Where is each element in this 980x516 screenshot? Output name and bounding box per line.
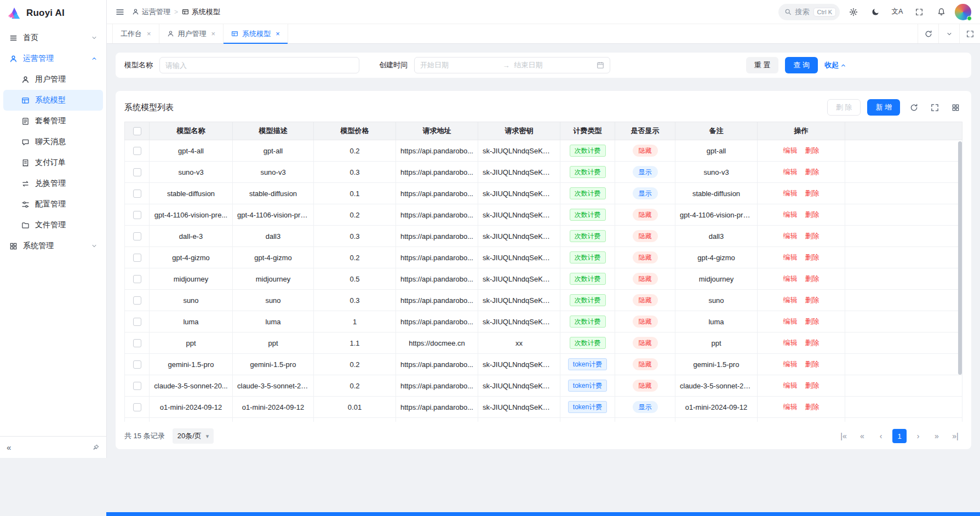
- table-row[interactable]: dall-e-3 dall3 0.3 https://api.pandarobo…: [125, 226, 962, 247]
- row-checkbox[interactable]: [133, 211, 141, 219]
- select-all-checkbox[interactable]: [133, 127, 141, 135]
- edit-link[interactable]: 编辑: [783, 381, 798, 389]
- sidebar-item-exchange-management[interactable]: 兑换管理: [3, 173, 103, 194]
- tab-workbench[interactable]: 工作台 ×: [112, 24, 159, 43]
- row-checkbox[interactable]: [133, 360, 141, 369]
- delete-link[interactable]: 删除: [805, 317, 819, 325]
- delete-button[interactable]: 删 除: [827, 99, 861, 116]
- sidebar-item-payment-orders[interactable]: 支付订单: [3, 152, 103, 173]
- row-checkbox[interactable]: [133, 339, 141, 347]
- delete-link[interactable]: 删除: [805, 189, 819, 197]
- table-row[interactable]: gpt-4-1106-vision-pre... gpt-4-1106-visi…: [125, 204, 962, 226]
- refresh-icon[interactable]: [918, 24, 938, 43]
- edit-link[interactable]: 编辑: [783, 317, 798, 325]
- table-row[interactable]: claude-3-5-sonnet-20... claude-3-5-sonne…: [125, 375, 962, 397]
- row-checkbox[interactable]: [133, 147, 141, 155]
- row-checkbox[interactable]: [133, 190, 141, 198]
- sidebar-item-config-management[interactable]: 配置管理: [3, 194, 103, 215]
- delete-link[interactable]: 删除: [805, 146, 819, 154]
- row-checkbox[interactable]: [133, 382, 141, 390]
- edit-link[interactable]: 编辑: [783, 296, 798, 304]
- prev-page-button[interactable]: ‹: [874, 429, 888, 443]
- table-fullscreen-icon[interactable]: [927, 100, 942, 114]
- sidebar-item-home[interactable]: 首页: [3, 27, 103, 48]
- delete-link[interactable]: 删除: [805, 232, 819, 240]
- pin-icon[interactable]: [92, 444, 100, 451]
- edit-link[interactable]: 编辑: [783, 403, 798, 411]
- date-range-picker[interactable]: 开始日期 → 结束日期: [414, 57, 610, 73]
- next-page-button[interactable]: ›: [911, 429, 925, 443]
- edit-link[interactable]: 编辑: [783, 210, 798, 219]
- delete-link[interactable]: 删除: [805, 360, 819, 368]
- current-page-button[interactable]: 1: [892, 429, 907, 443]
- bell-icon[interactable]: [933, 4, 949, 20]
- row-checkbox[interactable]: [133, 168, 141, 176]
- table-row[interactable]: gemini-1.5-pro gemini-1.5-pro 0.2 https:…: [125, 354, 962, 375]
- row-checkbox[interactable]: [133, 275, 141, 283]
- breadcrumb-item-operations[interactable]: 运营管理: [132, 7, 170, 17]
- fast-next-button[interactable]: »: [930, 429, 944, 443]
- delete-link[interactable]: 删除: [805, 296, 819, 304]
- edit-link[interactable]: 编辑: [783, 360, 798, 368]
- sidebar-item-file-management[interactable]: 文件管理: [3, 215, 103, 236]
- table-scrollbar[interactable]: [958, 141, 962, 375]
- query-button[interactable]: 查 询: [785, 57, 818, 73]
- row-checkbox[interactable]: [133, 254, 141, 262]
- table-row[interactable]: suno-v3 suno-v3 0.3 https://api.pandarob…: [125, 162, 962, 183]
- add-button[interactable]: 新 增: [867, 99, 900, 116]
- first-page-button[interactable]: |«: [836, 429, 851, 443]
- avatar[interactable]: [955, 4, 971, 20]
- delete-link[interactable]: 删除: [805, 403, 819, 411]
- row-checkbox[interactable]: [133, 296, 141, 305]
- table-row[interactable]: stable-diffusion stable-diffusion 0.1 ht…: [125, 183, 962, 204]
- sidebar-item-user-management[interactable]: 用户管理: [3, 69, 103, 90]
- edit-link[interactable]: 编辑: [783, 168, 798, 176]
- row-checkbox[interactable]: [133, 232, 141, 240]
- refresh-icon[interactable]: [907, 100, 921, 114]
- delete-link[interactable]: 删除: [805, 168, 819, 176]
- table-row[interactable]: o1-mini-2024-09-12 o1-mini-2024-09-12 0.…: [125, 397, 962, 418]
- edit-link[interactable]: 编辑: [783, 232, 798, 240]
- edit-link[interactable]: 编辑: [783, 253, 798, 261]
- page-size-select[interactable]: 20条/页 ▾: [173, 428, 214, 444]
- delete-link[interactable]: 删除: [805, 339, 819, 347]
- delete-link[interactable]: 删除: [805, 253, 819, 261]
- reset-button[interactable]: 重 置: [746, 57, 779, 73]
- close-icon[interactable]: ×: [147, 30, 151, 37]
- row-checkbox[interactable]: [133, 318, 141, 326]
- table-row[interactable]: ppt ppt 1.1 https://docmee.cn xx 次数计费 隐藏…: [125, 332, 962, 354]
- global-search[interactable]: 搜索 Ctrl K: [778, 4, 840, 20]
- sidebar-item-operations[interactable]: 运营管理: [3, 48, 103, 69]
- sidebar-item-system-management[interactable]: 系统管理: [3, 236, 103, 256]
- table-row[interactable]: gpt-4-gizmo gpt-4-gizmo 0.2 https://api.…: [125, 247, 962, 268]
- fast-prev-button[interactable]: «: [855, 429, 869, 443]
- chevron-down-icon[interactable]: [938, 24, 959, 43]
- content-fullscreen-icon[interactable]: [959, 24, 980, 43]
- close-icon[interactable]: ×: [276, 30, 280, 37]
- row-checkbox[interactable]: [133, 403, 141, 411]
- model-name-input[interactable]: [159, 57, 359, 73]
- sidebar-item-chat-messages[interactable]: 聊天消息: [3, 131, 103, 152]
- table-row[interactable]: luma luma 1 https://api.pandarobo... sk-…: [125, 311, 962, 332]
- translate-icon[interactable]: 文A: [889, 4, 906, 20]
- edit-link[interactable]: 编辑: [783, 146, 798, 154]
- sidebar-collapse-button[interactable]: «: [7, 443, 11, 452]
- table-row[interactable]: gpt-4-all gpt-all 0.2 https://api.pandar…: [125, 140, 962, 162]
- sidebar-item-system-model[interactable]: 系统模型: [3, 90, 103, 111]
- dark-mode-moon-icon[interactable]: [867, 4, 884, 20]
- last-page-button[interactable]: »|: [948, 429, 962, 443]
- delete-link[interactable]: 删除: [805, 210, 819, 219]
- table-row[interactable]: suno suno 0.3 https://api.pandarobo... s…: [125, 290, 962, 311]
- column-settings-icon[interactable]: [948, 100, 962, 114]
- delete-link[interactable]: 删除: [805, 274, 819, 283]
- hamburger-icon[interactable]: [116, 8, 124, 16]
- edit-link[interactable]: 编辑: [783, 189, 798, 197]
- table-row[interactable]: midjourney midjourney 0.5 https://api.pa…: [125, 268, 962, 290]
- sidebar-item-package-management[interactable]: 套餐管理: [3, 111, 103, 131]
- edit-link[interactable]: 编辑: [783, 339, 798, 347]
- delete-link[interactable]: 删除: [805, 381, 819, 389]
- breadcrumb-item-system-model[interactable]: 系统模型: [182, 7, 220, 17]
- gear-icon[interactable]: [845, 4, 862, 20]
- collapse-filter-link[interactable]: 收起: [824, 60, 846, 70]
- logo[interactable]: Ruoyi AI: [0, 0, 106, 26]
